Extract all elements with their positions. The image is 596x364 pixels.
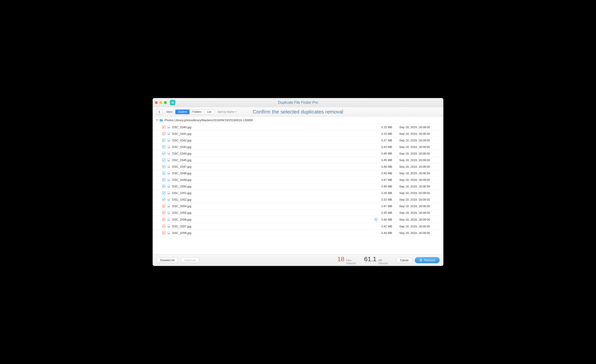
image-file-icon [167,145,170,149]
files-label: Files [346,259,356,262]
file-size: 3.45 MB [381,158,397,162]
file-date: Sep 19, 2019, 16:09:00 [399,198,440,201]
file-checkbox[interactable] [162,191,165,195]
file-row[interactable]: DSC_0347.jpg3.46 MBSep 19, 2019, 16:09:0… [153,163,443,170]
file-row[interactable]: DSC_0343.jpg3.43 MBSep 19, 2019, 16:09:0… [153,144,443,150]
file-checkbox[interactable] [162,204,165,208]
files-selected-count: 18 [337,255,344,263]
file-row[interactable]: DSC_0342.jpg3.37 MBSep 19, 2019, 16:09:0… [153,137,443,144]
window-controls [155,101,167,104]
file-date: Sep 19, 2019, 16:09:00 [399,225,440,228]
file-date: Sep 19, 2019, 16:09:00 [399,158,440,162]
file-row[interactable]: DSC_0341.jpg3.15 MBSep 19, 2019, 16:09:0… [153,131,443,137]
file-checkbox[interactable] [162,132,165,135]
image-file-icon [167,132,170,136]
select-all-button[interactable]: Select All [181,257,199,263]
file-name: DSC_0358.jpg [172,231,379,235]
svg-rect-17 [168,180,170,181]
file-checkbox[interactable] [162,152,165,155]
file-row[interactable]: DSC_0355.jpg3.45 MBSep 19, 2019, 16:09:0… [153,210,443,216]
svg-rect-33 [168,233,170,234]
file-name: DSC_0352.jpg [172,198,379,201]
cancel-button[interactable]: Cancel [396,257,412,263]
file-date: Sep 19, 2019, 16:09:00 [399,145,440,149]
file-row[interactable]: DSC_0340.jpg3.15 MBSep 19, 2019, 16:09:0… [153,124,443,131]
back-button[interactable] [156,109,163,115]
sort-label: Sort by Name [218,110,234,113]
file-name: DSC_0344.jpg [172,152,379,155]
caret-down-icon [235,111,237,113]
file-checkbox[interactable] [162,125,165,129]
file-row[interactable]: DSC_0354.jpg3.47 MBSep 19, 2019, 16:09:0… [153,203,443,210]
file-size: 3.44 MB [381,231,397,235]
file-date: Sep 19, 2019, 16:09:00 [399,218,440,221]
titlebar: Duplicate File Finder Pro [153,98,443,107]
file-row[interactable]: DSC_0357.jpg3.42 MBSep 19, 2019, 16:09:0… [153,223,443,230]
file-size: 3.46 MB [381,165,397,168]
quicklook-button[interactable] [374,217,378,221]
minimize-window-button[interactable] [159,101,162,104]
file-row[interactable]: DSC_0348.jpg3.45 MBSep 19, 2019, 16:08:5… [153,170,443,176]
file-row[interactable]: DSC_0350.jpg3.48 MBSep 19, 2019, 16:08:5… [153,183,443,190]
file-name: DSC_0343.jpg [172,145,379,149]
image-file-icon [167,225,170,228]
file-date: Sep 19, 2019, 16:09:00 [399,211,440,214]
view-list-tab[interactable]: List [204,109,214,114]
zoom-window-button[interactable] [164,101,167,104]
image-file-icon [167,171,170,175]
view-mode-segmented: Outline Folders List [175,109,214,114]
file-checkbox[interactable] [162,172,165,175]
close-window-button[interactable] [155,101,158,104]
file-checkbox[interactable] [162,198,165,201]
file-date: Sep 19, 2019, 16:08:59 [399,172,440,175]
file-row[interactable]: DSC_0352.jpg3.33 MBSep 19, 2019, 16:09:0… [153,196,443,203]
group-header[interactable]: Photos Library.photoslibrary/Masters/201… [153,117,443,124]
toolbar: View: Outline Folders List Sort by Name … [153,107,443,117]
file-list[interactable]: Photos Library.photoslibrary/Masters/201… [153,117,443,254]
sort-dropdown[interactable]: Sort by Name [218,110,237,113]
view-outline-tab[interactable]: Outline [175,109,190,114]
file-row[interactable]: DSC_0356.jpg3.44 MBSep 19, 2019, 16:09:0… [153,216,443,223]
disclosure-triangle-icon[interactable] [156,119,158,121]
file-row[interactable]: DSC_0345.jpg3.45 MBSep 19, 2019, 16:09:0… [153,157,443,163]
file-row[interactable]: DSC_0349.jpg3.47 MBSep 19, 2019, 16:09:0… [153,176,443,183]
file-checkbox[interactable] [162,185,165,188]
file-checkbox[interactable] [162,158,165,161]
file-checkbox[interactable] [162,178,165,181]
size-selected-stat: 61.1 MB Selected [364,255,388,265]
file-checkbox[interactable] [162,211,165,214]
svg-rect-19 [168,186,170,187]
app-window: Duplicate File Finder Pro View: Outline … [153,98,443,266]
file-size: 3.28 MB [381,191,397,195]
file-size: 3.44 MB [381,218,397,221]
selected-label: Selected [378,262,388,265]
size-unit-label: MB [378,259,388,262]
file-checkbox[interactable] [162,139,165,142]
svg-rect-29 [168,219,170,220]
file-date: Sep 19, 2019, 16:09:00 [399,204,440,208]
svg-rect-11 [168,160,170,161]
file-checkbox[interactable] [162,218,165,221]
file-size: 3.15 MB [381,132,397,136]
file-checkbox[interactable] [162,225,165,228]
svg-rect-7 [168,147,170,148]
deselect-all-button[interactable]: Deselect All [156,257,178,263]
file-name: DSC_0350.jpg [172,185,379,188]
file-checkbox[interactable] [162,145,165,148]
file-row[interactable]: DSC_0358.jpg3.44 MBSep 19, 2019, 16:09:0… [153,230,443,236]
page-heading: Confirm the selected duplicates removal [253,109,343,115]
file-checkbox[interactable] [162,165,165,168]
remove-button[interactable]: Remove [415,257,440,263]
file-date: Sep 19, 2019, 16:09:00 [399,139,440,142]
image-file-icon [167,184,170,188]
file-checkbox[interactable] [162,231,165,234]
files-selected-stat: 18 Files Selected [337,255,356,265]
view-label: View: [166,110,173,113]
view-folders-tab[interactable]: Folders [190,109,204,114]
svg-rect-25 [168,206,170,207]
file-row[interactable]: DSC_0351.jpg3.28 MBSep 19, 2019, 16:09:0… [153,190,443,196]
selected-label: Selected [346,262,356,265]
file-row[interactable]: DSC_0344.jpg3.46 MBSep 19, 2019, 16:09:0… [153,150,443,157]
file-date: Sep 19, 2019, 16:09:00 [399,152,440,155]
file-name: DSC_0341.jpg [172,132,379,136]
